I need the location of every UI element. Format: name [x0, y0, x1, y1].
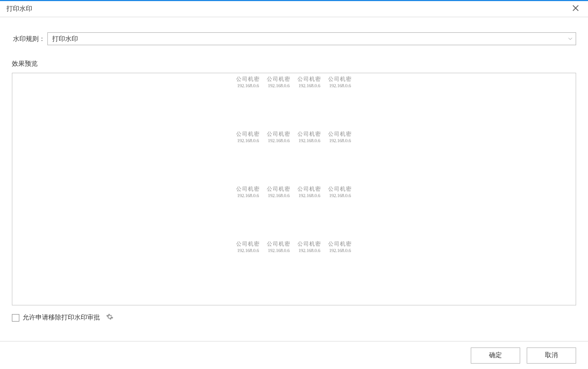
watermark-line2: 192.168.0.6	[325, 193, 355, 198]
watermark-cell: 公司机密192.168.0.6	[233, 240, 263, 253]
watermark-line1: 公司机密	[325, 130, 355, 138]
watermark-line2: 192.168.0.6	[233, 83, 263, 88]
watermark-line2: 192.168.0.6	[294, 138, 324, 143]
watermark-cell: 公司机密192.168.0.6	[233, 130, 263, 143]
gear-icon	[106, 313, 114, 322]
watermark-cell: 公司机密192.168.0.6	[294, 75, 324, 88]
close-icon	[572, 5, 579, 13]
watermark-line1: 公司机密	[264, 240, 294, 248]
watermark-line1: 公司机密	[264, 185, 294, 193]
watermark-line2: 192.168.0.6	[294, 248, 324, 253]
chevron-down-icon	[568, 37, 572, 41]
watermark-cell: 公司机密192.168.0.6	[294, 130, 324, 143]
watermark-row: 公司机密192.168.0.6公司机密192.168.0.6公司机密192.16…	[12, 240, 576, 253]
watermark-line1: 公司机密	[294, 240, 324, 248]
watermark-line2: 192.168.0.6	[233, 248, 263, 253]
watermark-cell: 公司机密192.168.0.6	[264, 240, 294, 253]
preview-pane: 公司机密192.168.0.6公司机密192.168.0.6公司机密192.16…	[12, 73, 576, 305]
approval-checkbox-label[interactable]: 允许申请移除打印水印审批	[23, 313, 100, 322]
watermark-line2: 192.168.0.6	[325, 138, 355, 143]
watermark-line1: 公司机密	[294, 130, 324, 138]
watermark-cell: 公司机密192.168.0.6	[264, 75, 294, 88]
approval-settings-button[interactable]	[105, 314, 114, 322]
watermark-line2: 192.168.0.6	[264, 193, 294, 198]
watermark-cell: 公司机密192.168.0.6	[325, 185, 355, 198]
watermark-line2: 192.168.0.6	[325, 248, 355, 253]
cancel-button[interactable]: 取消	[527, 347, 576, 364]
watermark-row: 公司机密192.168.0.6公司机密192.168.0.6公司机密192.16…	[12, 130, 576, 143]
watermark-cell: 公司机密192.168.0.6	[325, 75, 355, 88]
watermark-line2: 192.168.0.6	[264, 248, 294, 253]
watermark-line2: 192.168.0.6	[294, 193, 324, 198]
watermark-cell: 公司机密192.168.0.6	[233, 185, 263, 198]
approval-row: 允许申请移除打印水印审批	[12, 313, 576, 322]
rule-select[interactable]: 打印水印	[47, 32, 576, 45]
watermark-cell: 公司机密192.168.0.6	[294, 185, 324, 198]
watermark-cell: 公司机密192.168.0.6	[264, 185, 294, 198]
watermark-grid: 公司机密192.168.0.6公司机密192.168.0.6公司机密192.16…	[12, 75, 576, 253]
ok-button[interactable]: 确定	[471, 347, 520, 364]
watermark-line1: 公司机密	[233, 75, 263, 83]
window-title: 打印水印	[6, 4, 32, 13]
watermark-line1: 公司机密	[233, 185, 263, 193]
watermark-line1: 公司机密	[264, 130, 294, 138]
watermark-line2: 192.168.0.6	[233, 193, 263, 198]
dialog-footer: 确定 取消	[0, 341, 588, 369]
watermark-cell: 公司机密192.168.0.6	[325, 240, 355, 253]
rule-label: 水印规则：	[12, 34, 47, 44]
titlebar: 打印水印	[0, 1, 588, 17]
watermark-line1: 公司机密	[325, 75, 355, 83]
watermark-line2: 192.168.0.6	[264, 83, 294, 88]
rule-select-value: 打印水印	[52, 34, 78, 44]
watermark-cell: 公司机密192.168.0.6	[233, 75, 263, 88]
preview-label: 效果预览	[12, 59, 576, 68]
watermark-cell: 公司机密192.168.0.6	[325, 130, 355, 143]
watermark-line1: 公司机密	[264, 75, 294, 83]
watermark-line1: 公司机密	[294, 75, 324, 83]
watermark-line1: 公司机密	[233, 240, 263, 248]
watermark-cell: 公司机密192.168.0.6	[264, 130, 294, 143]
close-button[interactable]	[569, 2, 583, 16]
watermark-line1: 公司机密	[233, 130, 263, 138]
rule-row: 水印规则： 打印水印	[12, 32, 576, 45]
watermark-line2: 192.168.0.6	[325, 83, 355, 88]
watermark-line2: 192.168.0.6	[233, 138, 263, 143]
watermark-line2: 192.168.0.6	[264, 138, 294, 143]
watermark-cell: 公司机密192.168.0.6	[294, 240, 324, 253]
watermark-line1: 公司机密	[325, 185, 355, 193]
watermark-line2: 192.168.0.6	[294, 83, 324, 88]
watermark-row: 公司机密192.168.0.6公司机密192.168.0.6公司机密192.16…	[12, 75, 576, 88]
approval-checkbox[interactable]	[12, 314, 19, 322]
watermark-line1: 公司机密	[325, 240, 355, 248]
watermark-row: 公司机密192.168.0.6公司机密192.168.0.6公司机密192.16…	[12, 185, 576, 198]
watermark-line1: 公司机密	[294, 185, 324, 193]
